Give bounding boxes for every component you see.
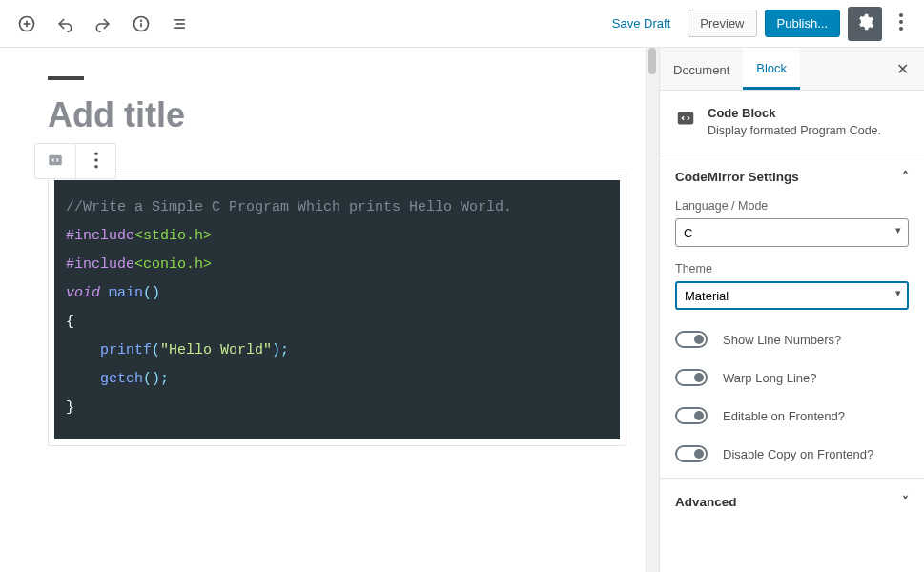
toggle-disable-copy-row: Disable Copy on Frontend? [675,445,909,462]
code-keyword: void [66,285,100,301]
sidebar-close-button[interactable]: ✕ [881,60,924,78]
toggle-wrap-label: Warp Long Line? [723,371,817,385]
language-field: Language / Mode C [675,199,909,247]
code-punct: ( [152,342,160,358]
svg-point-14 [94,158,98,162]
toggle-line-numbers[interactable] [675,331,708,348]
code-editor[interactable]: //Write a Simple C Program Which prints … [54,180,620,439]
code-punct: (); [143,371,169,387]
code-fn: main [100,285,143,301]
block-type-button[interactable] [35,144,75,178]
code-indent [66,342,100,358]
chevron-up-icon: ˄ [902,169,909,184]
redo-button[interactable] [88,9,118,39]
settings-sidebar: Document Block ✕ Code Block Display form… [659,48,924,572]
toggle-disable-copy-label: Disable Copy on Frontend? [723,447,873,461]
code-block-icon [47,152,64,172]
theme-field: Theme Material [675,262,909,310]
editor-column: Add title //Write a Simple C Program Whi… [0,48,646,572]
code-directive: #include [66,256,134,273]
settings-gear-button[interactable] [848,7,882,41]
tab-document[interactable]: Document [660,50,743,89]
code-directive: #include [66,228,134,244]
code-fn: getch [100,371,143,387]
main-area: Add title //Write a Simple C Program Whi… [0,48,924,572]
toggle-editable-row: Editable on Frontend? [675,407,909,424]
code-punct: () [143,285,160,301]
code-brace: { [66,314,74,330]
svg-point-13 [94,152,98,155]
code-punct: ); [272,342,289,358]
title-accent-bar [48,76,84,80]
panel-title: Advanced [675,495,737,509]
code-comment: //Write a Simple C Program Which prints … [66,199,512,215]
svg-point-5 [141,20,142,21]
block-name: Code Block [708,106,881,120]
preview-button[interactable]: Preview [688,10,756,37]
toggle-disable-copy[interactable] [675,445,708,462]
save-draft-button[interactable]: Save Draft [603,10,680,36]
toolbar-right-group: Save Draft Preview Publish... [603,7,913,41]
theme-select[interactable]: Material [675,281,909,310]
block-mini-toolbar [34,143,116,179]
editor-scrollbar[interactable] [646,48,659,572]
code-include-path: <stdio.h> [134,228,212,244]
svg-point-15 [94,164,98,168]
theme-label: Theme [675,262,909,276]
toolbar-left-group [11,9,195,39]
svg-point-10 [899,20,903,24]
editor-top-toolbar: Save Draft Preview Publish... [0,0,924,48]
panel-title: CodeMirror Settings [675,170,799,184]
svg-rect-16 [678,112,694,125]
outline-button[interactable] [164,9,195,39]
publish-button[interactable]: Publish... [765,10,840,37]
advanced-header[interactable]: Advanced ˅ [675,494,909,509]
toggle-editable-label: Editable on Frontend? [723,409,845,423]
post-title-input[interactable]: Add title [48,95,626,135]
svg-point-9 [899,13,903,17]
code-brace: } [66,399,74,416]
toggle-wrap-row: Warp Long Line? [675,369,909,386]
undo-button[interactable] [50,9,80,39]
svg-rect-12 [49,154,62,165]
sidebar-tabs: Document Block ✕ [660,48,924,91]
block-more-button[interactable] [75,144,115,178]
add-block-button[interactable] [11,9,42,39]
kebab-icon [88,152,105,172]
advanced-panel: Advanced ˅ [660,479,924,524]
info-button[interactable] [126,9,156,39]
code-block-container[interactable]: //Write a Simple C Program Which prints … [48,174,626,446]
close-icon: ✕ [896,61,909,77]
code-indent [66,371,100,387]
codemirror-settings-header[interactable]: CodeMirror Settings ˄ [675,169,909,184]
toggle-line-numbers-label: Show Line Numbers? [723,333,841,347]
svg-point-11 [899,27,903,31]
block-description: Display formated Program Code. [708,124,881,137]
kebab-icon [899,19,903,33]
gear-icon [855,12,874,34]
toggle-wrap[interactable] [675,369,708,386]
tab-block[interactable]: Block [743,48,800,90]
toggle-line-numbers-row: Show Line Numbers? [675,331,909,348]
code-fn: printf [100,342,152,358]
toggle-editable[interactable] [675,407,708,424]
more-options-button[interactable] [890,13,913,33]
block-info-section: Code Block Display formated Program Code… [660,91,924,153]
code-string: "Hello World" [160,342,272,358]
block-info-text: Code Block Display formated Program Code… [708,106,881,137]
codemirror-settings-panel: CodeMirror Settings ˄ Language / Mode C … [660,153,924,479]
language-label: Language / Mode [675,199,909,213]
codemirror-settings-body: Language / Mode C Theme Material [675,199,909,462]
code-include-path: <conio.h> [134,256,212,273]
language-select[interactable]: C [675,218,909,247]
editor-inner: Add title //Write a Simple C Program Whi… [48,76,626,446]
chevron-down-icon: ˅ [902,494,909,509]
code-block-icon [675,108,696,129]
